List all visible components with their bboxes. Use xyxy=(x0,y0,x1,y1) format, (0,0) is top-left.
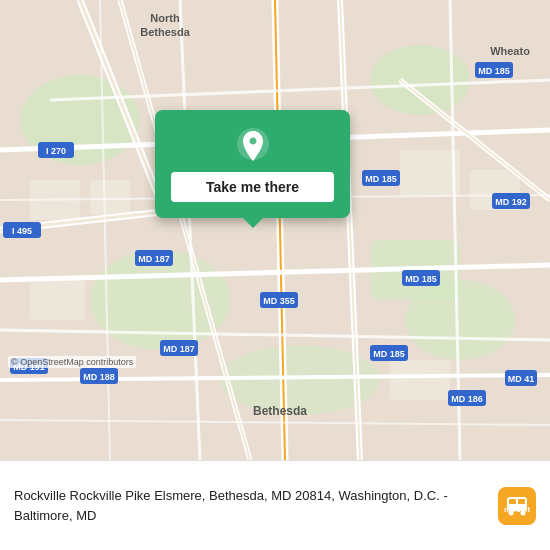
svg-text:MD 187: MD 187 xyxy=(163,344,195,354)
svg-point-73 xyxy=(509,510,514,515)
svg-text:I 270: I 270 xyxy=(46,146,66,156)
svg-text:Bethesda: Bethesda xyxy=(253,404,307,418)
svg-rect-12 xyxy=(390,360,450,400)
moovit-logo-icon: moovit xyxy=(498,487,536,525)
info-bar: Rockville Rockville Pike Elsmere, Bethes… xyxy=(0,460,550,550)
svg-text:Wheato: Wheato xyxy=(490,45,530,57)
address-info: Rockville Rockville Pike Elsmere, Bethes… xyxy=(14,486,486,524)
svg-text:MD 188: MD 188 xyxy=(83,372,115,382)
svg-text:Bethesda: Bethesda xyxy=(140,26,190,38)
svg-text:MD 185: MD 185 xyxy=(405,274,437,284)
moovit-logo-container: moovit xyxy=(498,487,536,525)
take-me-there-button[interactable]: Take me there xyxy=(171,172,334,202)
map-view: I 270 I 495 MD 185 MD 185 MD 185 MD 185 … xyxy=(0,0,550,460)
svg-rect-8 xyxy=(90,180,130,215)
map-svg: I 270 I 495 MD 185 MD 185 MD 185 MD 185 … xyxy=(0,0,550,460)
svg-text:I 495: I 495 xyxy=(12,226,32,236)
svg-point-2 xyxy=(370,45,470,115)
svg-text:MD 186: MD 186 xyxy=(451,394,483,404)
location-pin-icon xyxy=(235,128,271,164)
svg-point-74 xyxy=(521,510,526,515)
map-popup: Take me there xyxy=(155,110,350,218)
svg-text:MD 185: MD 185 xyxy=(373,349,405,359)
svg-text:MD 41: MD 41 xyxy=(508,374,535,384)
svg-rect-72 xyxy=(518,499,525,504)
osm-attribution: © OpenStreetMap contributors xyxy=(8,356,136,368)
svg-text:MD 192: MD 192 xyxy=(495,197,527,207)
svg-text:MD 185: MD 185 xyxy=(478,66,510,76)
svg-rect-9 xyxy=(400,150,460,195)
svg-rect-11 xyxy=(30,280,85,320)
svg-text:North: North xyxy=(150,12,180,24)
svg-text:MD 187: MD 187 xyxy=(138,254,170,264)
svg-text:MD 185: MD 185 xyxy=(365,174,397,184)
svg-text:MD 355: MD 355 xyxy=(263,296,295,306)
address-text: Rockville Rockville Pike Elsmere, Bethes… xyxy=(14,488,448,522)
svg-rect-71 xyxy=(509,499,516,504)
